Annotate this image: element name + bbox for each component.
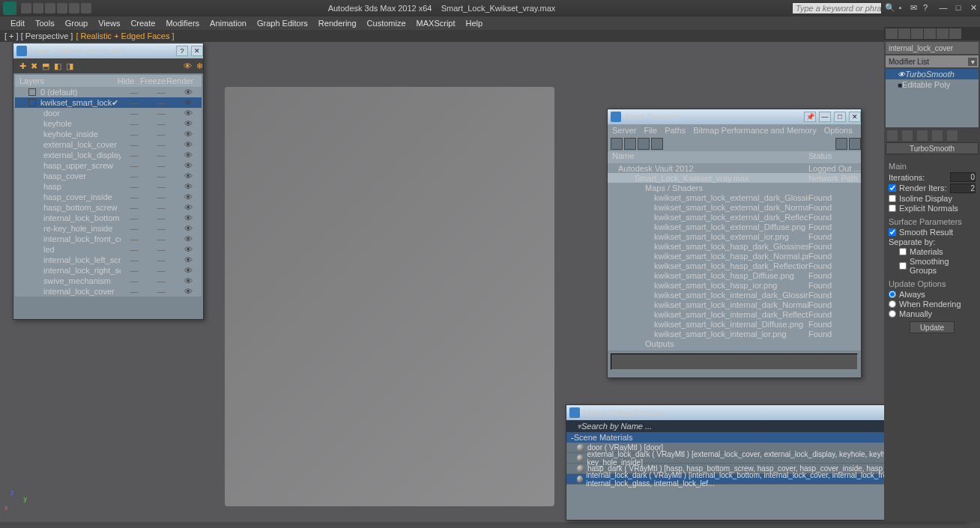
qat-redo-icon[interactable] [69, 3, 79, 13]
menu-customize[interactable]: Customize [367, 19, 406, 28]
render-col[interactable]: Render [166, 76, 193, 85]
asset-panel-titlebar[interactable]: Asset Tracking 📌 — □ ✕ [608, 109, 861, 124]
asset-list-icon[interactable] [638, 138, 650, 150]
asset-row[interactable]: kwikset_smart_lock_internal_dark_Reflect… [608, 309, 861, 319]
asset-refresh-icon[interactable] [611, 138, 623, 150]
close-button[interactable]: ✕ [967, 3, 980, 13]
asset-row[interactable]: kwikset_smart_lock_external_dark_Normal.… [608, 202, 861, 212]
help-search-input[interactable] [792, 2, 882, 14]
asset-menu-server[interactable]: Server [612, 126, 636, 135]
layer-row[interactable]: hasp——👁 [15, 181, 202, 192]
asset-row[interactable]: kwikset_smart_lock_internal_dark_Glossin… [608, 290, 861, 300]
viewport-config-label[interactable]: [ + ] [ Perspective ] [4, 31, 73, 40]
selection-name-field[interactable]: internal_lock_cover [886, 42, 979, 54]
asset-help-icon[interactable] [849, 138, 861, 150]
materials-check[interactable] [899, 248, 907, 255]
menu-views[interactable]: Views [98, 19, 120, 28]
layer-row[interactable]: internal_lock_right_screw——👁 [15, 265, 202, 276]
isoline-check[interactable] [889, 195, 896, 202]
asset-panel-pin-button[interactable]: 📌 [804, 112, 816, 122]
explicit-normals-check[interactable] [889, 204, 896, 212]
layer-row[interactable]: external_lock_display——👁 [15, 150, 202, 160]
asset-menu-file[interactable]: File [644, 126, 657, 135]
layer-row[interactable]: hasp_cover——👁 [15, 171, 202, 181]
layer-row[interactable]: keyhole_inside——👁 [15, 129, 202, 139]
layer-row[interactable]: led——👁 [15, 244, 202, 255]
asset-menu-paths[interactable]: Paths [665, 126, 686, 135]
asset-row[interactable]: Smart_Lock_Kwikset_vray.maxNetwork Path [608, 173, 861, 183]
select-layer-icon[interactable]: ◧ [54, 61, 61, 71]
asset-row[interactable]: kwikset_smart_lock_external_Diffuse.pngF… [608, 222, 861, 231]
always-radio[interactable] [889, 291, 896, 298]
modifier-stack[interactable]: 👁 TurboSmooth ■ Editable Poly [886, 69, 979, 127]
highlight-layer-icon[interactable]: ◨ [66, 61, 73, 71]
asset-panel-maximize-button[interactable]: □ [834, 112, 846, 122]
create-tab-icon[interactable] [886, 28, 898, 39]
rollout-turbosmooth-title[interactable]: TurboSmooth [886, 142, 979, 154]
qat-save-icon[interactable] [45, 3, 55, 13]
asset-row[interactable]: kwikset_smart_lock_hasp_ior.pngFound [608, 280, 861, 290]
when-rendering-radio[interactable] [889, 300, 896, 308]
motion-tab-icon[interactable] [924, 28, 936, 39]
asset-row[interactable]: kwikset_smart_lock_hasp_dark_Reflection.… [608, 261, 861, 270]
asset-panel-close-button[interactable]: ✕ [849, 112, 861, 122]
asset-row[interactable]: kwikset_smart_lock_internal_dark_Normal.… [608, 300, 861, 309]
asset-status-col[interactable]: Status [808, 151, 861, 163]
help-icon[interactable]: ? [923, 3, 934, 13]
asset-menu-bitmap-performance-and-memory[interactable]: Bitmap Performance and Memory [693, 126, 816, 135]
make-unique-icon[interactable] [917, 130, 928, 141]
delete-layer-icon[interactable]: ✖ [31, 61, 37, 71]
asset-menu-options[interactable]: Options [824, 126, 853, 135]
layer-panel-help-button[interactable]: ? [176, 46, 188, 56]
layer-row[interactable]: internal_lock_bottom——👁 [15, 213, 202, 223]
asset-row[interactable]: kwikset_smart_lock_external_dark_Glossin… [608, 192, 861, 202]
asset-tree-icon[interactable] [624, 138, 636, 150]
hierarchy-tab-icon[interactable] [911, 28, 923, 39]
freeze-layer-icon[interactable]: ❄ [196, 61, 203, 71]
layer-panel-close-button[interactable]: ✕ [191, 46, 203, 56]
new-layer-icon[interactable]: ✚ [19, 61, 26, 71]
asset-row[interactable]: kwikset_smart_lock_hasp_Diffuse.pngFound [608, 270, 861, 280]
asset-row[interactable]: Maps / Shaders [608, 183, 861, 192]
asset-panel-minimize-button[interactable]: — [819, 112, 831, 122]
hide-col[interactable]: Hide [112, 76, 139, 85]
menu-group[interactable]: Group [65, 19, 88, 28]
layer-row[interactable]: keyhole——👁 [15, 118, 202, 129]
layer-row[interactable]: internal_lock_cover——👁 [15, 286, 202, 297]
layer-row[interactable]: swive_mechanism——👁 [15, 276, 202, 286]
asset-row[interactable]: kwikset_smart_lock_external_ior.pngFound [608, 231, 861, 241]
asset-row[interactable]: kwikset_smart_lock_external_dark_Reflect… [608, 212, 861, 222]
modifier-editable-poly[interactable]: ■ Editable Poly [886, 79, 979, 90]
qat-new-icon[interactable] [21, 3, 31, 13]
layer-row[interactable]: re-key_hole_inside——👁 [15, 223, 202, 234]
show-result-icon[interactable] [902, 130, 913, 141]
menu-create[interactable]: Create [130, 19, 155, 28]
minimize-button[interactable]: — [937, 3, 950, 13]
menu-edit[interactable]: Edit [10, 19, 25, 28]
layer-row[interactable]: internal_lock_front_cover——👁 [15, 234, 202, 244]
add-to-layer-icon[interactable]: ⬒ [42, 61, 49, 71]
layer-row[interactable]: external_lock_cover——👁 [15, 139, 202, 150]
menu-tools[interactable]: Tools [35, 19, 55, 28]
asset-table-icon[interactable] [651, 138, 663, 150]
qat-undo-icon[interactable] [57, 3, 67, 13]
display-tab-icon[interactable] [937, 28, 949, 39]
app-logo-icon[interactable] [3, 1, 16, 15]
asset-row[interactable]: Autodesk Vault 2012Logged Out ... [608, 163, 861, 173]
hide-layer-icon[interactable]: 👁 [184, 61, 192, 70]
layer-row[interactable]: hasp_bottom_screw——👁 [15, 202, 202, 213]
asset-options-icon[interactable] [835, 138, 847, 150]
layer-row[interactable]: hasp_upper_screw——👁 [15, 160, 202, 171]
menu-animation[interactable]: Animation [210, 19, 246, 28]
modifier-list-dropdown[interactable]: Modifier List [886, 55, 979, 67]
utilities-tab-icon[interactable] [949, 28, 961, 39]
asset-name-col[interactable]: Name [608, 151, 808, 163]
asset-row[interactable]: kwikset_smart_lock_hasp_dark_Normal.pngF… [608, 251, 861, 261]
asset-row[interactable]: kwikset_smart_lock_internal_Diffuse.pngF… [608, 319, 861, 329]
layer-row[interactable]: kwikset_smart_lock✔——👁 [15, 97, 202, 108]
layer-row[interactable]: hasp_cover_inside——👁 [15, 192, 202, 202]
render-iters-input[interactable] [950, 183, 976, 193]
iterations-input[interactable] [950, 172, 976, 182]
layers-col[interactable]: Layers [15, 76, 112, 85]
asset-row[interactable]: kwikset_smart_lock_hasp_dark_Glossiness.… [608, 241, 861, 251]
